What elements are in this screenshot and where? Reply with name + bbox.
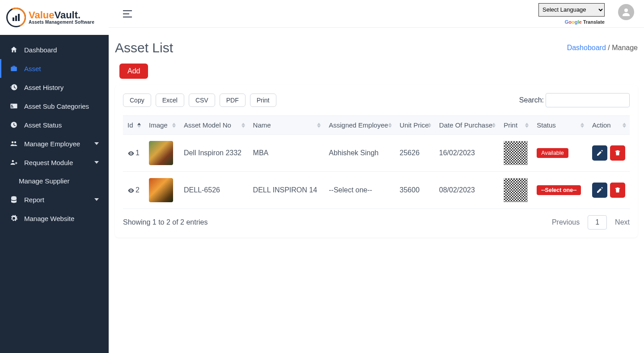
- delete-button[interactable]: [610, 145, 625, 161]
- topbar: Select Language Google Translate: [109, 0, 644, 28]
- col-date[interactable]: Date Of Purchase: [435, 116, 499, 135]
- sidebar-item-label: Dashboard: [24, 46, 57, 54]
- col-model[interactable]: Asset Model No: [179, 116, 249, 135]
- home-icon: [10, 46, 18, 54]
- qr-code-icon[interactable]: [504, 178, 528, 202]
- col-status[interactable]: Status: [532, 116, 588, 135]
- sidebar-item-manage-supplier[interactable]: Manage Supplier: [0, 172, 109, 190]
- sidebar-item-label: Asset History: [24, 84, 64, 91]
- sidebar-item-label: Report: [24, 196, 44, 204]
- print-button[interactable]: Print: [250, 94, 276, 107]
- sidebar-item-manage-employee[interactable]: Manage Employee: [0, 134, 109, 153]
- brand-tagline: Assets Management Software: [29, 20, 94, 25]
- breadcrumb-root[interactable]: Dashoboard: [567, 44, 606, 51]
- toggle-sidebar-button[interactable]: [123, 10, 132, 17]
- pager-previous[interactable]: Previous: [552, 218, 580, 226]
- col-image[interactable]: Image: [144, 116, 179, 135]
- gear-icon: [10, 214, 18, 222]
- pager-page-1[interactable]: 1: [588, 215, 607, 230]
- sidebar-item-dashboard[interactable]: Dashboard: [0, 40, 109, 59]
- breadcrumb-current: Manage: [612, 44, 638, 51]
- asset-table: Id Image Asset Model No Name Assigned Em…: [123, 115, 630, 209]
- delete-button[interactable]: [610, 183, 625, 198]
- sidebar-item-manage-website[interactable]: Manage Website: [0, 209, 109, 228]
- sidebar-item-asset[interactable]: Asset: [0, 59, 109, 78]
- edit-button[interactable]: [592, 145, 607, 161]
- briefcase-icon: [10, 64, 18, 72]
- sidebar-item-asset-sub-categories[interactable]: Asset Sub Categories: [0, 97, 109, 115]
- col-name[interactable]: Name: [249, 116, 325, 135]
- users-icon: [10, 140, 18, 148]
- sidebar-item-label: Manage Employee: [24, 140, 80, 148]
- cell-price: 35600: [395, 172, 435, 209]
- brand-name-2: Vault.: [54, 9, 80, 21]
- pager-next[interactable]: Next: [615, 218, 630, 226]
- edit-button[interactable]: [592, 183, 607, 198]
- asset-table-card: Copy Excel CSV PDF Print Search: Id: [115, 85, 638, 238]
- history-icon: [10, 83, 18, 91]
- asset-thumbnail: [149, 141, 173, 165]
- language-select[interactable]: Select Language: [538, 3, 605, 17]
- add-button[interactable]: Add: [119, 64, 148, 79]
- cell-employee: --Select one--: [324, 172, 395, 209]
- chevron-down-icon: [94, 161, 99, 164]
- pdf-button[interactable]: PDF: [220, 94, 246, 107]
- cell-date: 16/02/2023: [435, 135, 499, 172]
- brand-name-1: Value: [29, 9, 54, 21]
- sidebar-item-label: Manage Supplier: [19, 177, 69, 185]
- chevron-down-icon: [94, 198, 99, 201]
- database-icon: [10, 196, 18, 204]
- user-avatar[interactable]: [618, 4, 634, 20]
- sidebar-item-label: Request Module: [24, 159, 73, 166]
- sidebar-item-label: Asset Sub Categories: [24, 102, 89, 110]
- cell-price: 25626: [395, 135, 435, 172]
- status-badge: --Select one--: [537, 185, 581, 195]
- search-input[interactable]: [546, 93, 630, 107]
- svg-point-1: [11, 196, 17, 199]
- svg-point-2: [624, 9, 628, 12]
- user-plus-icon: [10, 158, 18, 166]
- sidebar-item-label: Asset Status: [24, 121, 62, 129]
- sidebar-item-report[interactable]: Report: [0, 190, 109, 209]
- copy-button[interactable]: Copy: [123, 94, 151, 107]
- logo-mark-icon: [6, 8, 26, 27]
- breadcrumb: Dashoboard / Manage: [567, 44, 638, 52]
- status-badge: Available: [537, 148, 568, 158]
- sidebar-nav: Dashboard Asset Asset History Asset Sub …: [0, 35, 109, 228]
- google-translate-label: Google Translate: [565, 19, 605, 25]
- cell-name: DELL INSPIRON 14: [249, 172, 325, 209]
- cell-model: Dell Inspiron 2332: [179, 135, 249, 172]
- sidebar-item-label: Asset: [24, 65, 41, 72]
- asset-thumbnail: [149, 178, 173, 202]
- col-id[interactable]: Id: [123, 116, 144, 135]
- sidebar-item-asset-history[interactable]: Asset History: [0, 78, 109, 97]
- cell-id: 2: [136, 186, 140, 194]
- eye-icon[interactable]: [127, 150, 135, 157]
- clock-icon: [10, 121, 18, 129]
- table-info: Showing 1 to 2 of 2 entries: [123, 218, 208, 226]
- sidebar-item-request-module[interactable]: Request Module: [0, 153, 109, 172]
- csv-button[interactable]: CSV: [189, 94, 215, 107]
- col-action[interactable]: Action: [588, 116, 630, 135]
- search-label: Search:: [519, 93, 630, 107]
- brand-logo: ValueVault. Assets Management Software: [0, 0, 109, 35]
- id-card-icon: [10, 102, 18, 110]
- qr-code-icon[interactable]: [504, 141, 528, 165]
- table-row: 2 DELL-6526 DELL INSPIRON 14 --Select on…: [123, 172, 630, 209]
- page-title: Asset List: [115, 40, 173, 55]
- sidebar-item-label: Manage Website: [24, 215, 74, 222]
- eye-icon[interactable]: [127, 187, 135, 194]
- cell-id: 1: [136, 149, 140, 157]
- sidebar-item-asset-status[interactable]: Asset Status: [0, 115, 109, 134]
- sidebar: ValueVault. Assets Management Software D…: [0, 0, 109, 353]
- cell-model: DELL-6526: [179, 172, 249, 209]
- cell-name: MBA: [249, 135, 325, 172]
- cell-employee: Abhishek Singh: [324, 135, 395, 172]
- col-employee[interactable]: Assigned Employee: [324, 116, 395, 135]
- col-print[interactable]: Print: [499, 116, 532, 135]
- col-price[interactable]: Unit Price: [395, 116, 435, 135]
- excel-button[interactable]: Excel: [156, 94, 184, 107]
- chevron-down-icon: [94, 142, 99, 145]
- cell-date: 08/02/2023: [435, 172, 499, 209]
- table-row: 1 Dell Inspiron 2332 MBA Abhishek Singh …: [123, 135, 630, 172]
